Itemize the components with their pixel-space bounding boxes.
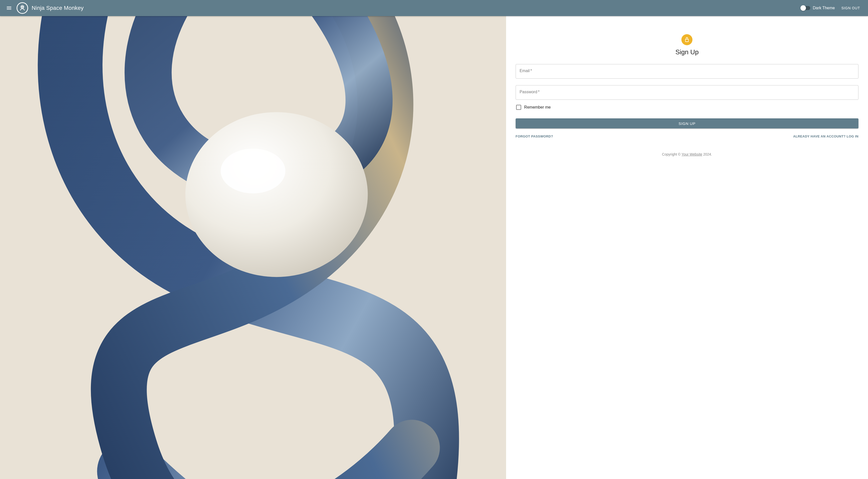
app-logo xyxy=(17,2,28,14)
hero-abstract-sculpture xyxy=(0,16,506,479)
login-link[interactable]: ALREADY HAVE AN ACCOUNT? LOG IN xyxy=(793,134,859,138)
astronaut-logo-icon xyxy=(19,4,26,11)
toggle-track xyxy=(801,6,810,10)
svg-rect-1 xyxy=(21,6,23,7)
signup-title: Sign Up xyxy=(516,48,859,56)
signup-panel: Sign Up Email* Password* Remember me SIG… xyxy=(506,16,868,479)
copyright-suffix: 2024. xyxy=(702,152,712,156)
lock-outline-icon xyxy=(684,37,690,43)
lock-avatar xyxy=(681,34,692,45)
sign-out-button[interactable]: SIGN OUT xyxy=(839,4,862,12)
toggle-thumb xyxy=(800,5,806,11)
email-field[interactable] xyxy=(516,64,859,79)
main-split: Sign Up Email* Password* Remember me SIG… xyxy=(0,16,868,479)
hero-image-panel xyxy=(0,16,506,479)
copyright-text: Copyright © Your Website 2024. xyxy=(516,152,859,156)
checkbox-box xyxy=(516,105,521,110)
menu-icon xyxy=(6,5,12,11)
sign-up-button[interactable]: SIGN UP xyxy=(516,118,859,128)
auth-links-row: FORGOT PASSWORD? ALREADY HAVE AN ACCOUNT… xyxy=(516,134,859,138)
svg-point-4 xyxy=(221,149,285,193)
forgot-password-link[interactable]: FORGOT PASSWORD? xyxy=(516,134,553,138)
password-field-wrapper: Password* xyxy=(516,85,859,100)
remember-me-checkbox[interactable]: Remember me xyxy=(516,105,859,110)
copyright-website-link[interactable]: Your Website xyxy=(682,152,703,156)
dark-theme-toggle[interactable]: Dark Theme xyxy=(801,6,835,10)
menu-button[interactable] xyxy=(3,2,15,14)
copyright-prefix: Copyright © xyxy=(662,152,682,156)
password-field[interactable] xyxy=(516,85,859,100)
remember-me-label: Remember me xyxy=(524,105,551,110)
email-field-wrapper: Email* xyxy=(516,64,859,79)
app-bar: Ninja Space Monkey Dark Theme SIGN OUT xyxy=(0,0,868,16)
app-title: Ninja Space Monkey xyxy=(32,5,84,11)
dark-theme-label: Dark Theme xyxy=(813,6,835,10)
svg-point-3 xyxy=(185,112,368,277)
